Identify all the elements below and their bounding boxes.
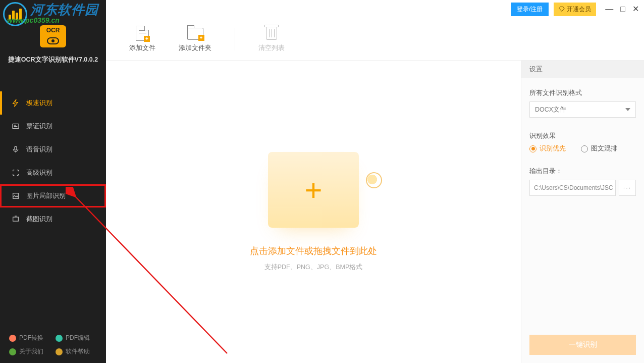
sidebar-item-fast-ocr[interactable]: 极速识别 xyxy=(0,91,106,115)
chevron-down-icon xyxy=(625,108,630,111)
link-pdf-edit[interactable]: PDF编辑 xyxy=(56,334,90,342)
clear-list-button[interactable]: 清空列表 xyxy=(258,26,285,53)
browse-button[interactable]: ··· xyxy=(619,180,636,196)
sidebar-item-label: 语音识别 xyxy=(26,145,52,154)
ticket-icon xyxy=(11,122,20,131)
vip-button[interactable]: 开通会员 xyxy=(554,3,596,16)
radio-recognition-priority[interactable]: 识别优先 xyxy=(529,144,566,153)
radio-mixed-layout[interactable]: 图文混排 xyxy=(581,144,617,153)
scan-icon xyxy=(11,168,20,177)
add-folder-icon: + xyxy=(187,26,204,41)
sidebar-item-screenshot-ocr[interactable]: 截图识别 xyxy=(0,208,106,231)
main-area: 登录/注册 开通会员 — □ ✕ + 添加文件 + 添加文件夹 清空列表 + xyxy=(106,0,644,363)
close-button[interactable]: ✕ xyxy=(632,5,639,13)
bolt-icon xyxy=(11,98,20,108)
sidebar: 捷速OCR文字识别软件V7.0.0.2 极速识别 票证识别 语音识别 高级识别 xyxy=(0,0,106,363)
login-button[interactable]: 登录/注册 xyxy=(511,3,549,16)
sidebar-item-label: 极速识别 xyxy=(26,98,52,108)
trash-icon xyxy=(263,26,280,41)
settings-panel: 设置 所有文件识别格式 DOCX文件 识别效果 识别优先 图文混排 输出目录： xyxy=(521,61,644,363)
add-file-button[interactable]: + 添加文件 xyxy=(129,26,155,53)
run-ocr-button[interactable]: 一键识别 xyxy=(529,335,636,355)
drop-title: 点击添加文件或拖拽文件到此处 xyxy=(250,245,377,257)
sidebar-item-label: 图片局部识别 xyxy=(26,191,66,200)
sidebar-item-label: 票证识别 xyxy=(26,122,52,131)
mic-icon xyxy=(11,145,20,154)
sidebar-item-label: 高级识别 xyxy=(26,168,52,177)
sidebar-nav: 极速识别 票证识别 语音识别 高级识别 图片局部识别 xyxy=(0,91,106,231)
toolbar: + 添加文件 + 添加文件夹 清空列表 xyxy=(106,18,644,61)
minimize-button[interactable]: — xyxy=(605,5,613,13)
format-value: DOCX文件 xyxy=(535,106,566,114)
effect-label: 识别效果 xyxy=(529,132,636,140)
diamond-icon xyxy=(559,6,565,12)
screenshot-icon xyxy=(11,215,20,224)
image-crop-icon xyxy=(11,191,20,200)
add-folder-button[interactable]: + 添加文件夹 xyxy=(179,26,211,53)
output-path-input[interactable]: C:\Users\CS\Documents\JSC xyxy=(529,180,616,196)
add-file-icon: + xyxy=(134,26,151,41)
link-pdf-convert[interactable]: PDF转换 xyxy=(9,334,43,342)
app-version: 捷速OCR文字识别软件V7.0.0.2 xyxy=(0,56,106,64)
drop-subtitle: 支持PDF、PNG、JPG、BMP格式 xyxy=(264,263,363,272)
format-select[interactable]: DOCX文件 xyxy=(529,101,636,118)
svg-rect-2 xyxy=(13,193,19,199)
sidebar-footer: PDF转换 PDF编辑 关于我们 软件帮助 xyxy=(0,329,106,356)
sidebar-item-voice-ocr[interactable]: 语音识别 xyxy=(0,138,106,161)
watermark-url: www.pc0359.cn xyxy=(7,16,60,24)
sidebar-item-label: 截图识别 xyxy=(26,215,52,224)
sidebar-item-image-region-ocr[interactable]: 图片局部识别 xyxy=(0,184,106,208)
link-help[interactable]: 软件帮助 xyxy=(56,347,90,356)
drop-area[interactable]: + 点击添加文件或拖拽文件到此处 支持PDF、PNG、JPG、BMP格式 xyxy=(106,61,521,363)
svg-rect-1 xyxy=(15,146,17,150)
svg-rect-3 xyxy=(13,217,19,221)
link-about[interactable]: 关于我们 xyxy=(9,347,43,356)
sidebar-item-advanced-ocr[interactable]: 高级识别 xyxy=(0,161,106,184)
plus-icon: + xyxy=(304,173,322,208)
titlebar: 登录/注册 开通会员 — □ ✕ xyxy=(106,0,644,18)
format-label: 所有文件识别格式 xyxy=(529,89,636,97)
output-label: 输出目录： xyxy=(529,167,636,176)
sidebar-item-ticket-ocr[interactable]: 票证识别 xyxy=(0,115,106,138)
drop-card: + xyxy=(268,152,359,228)
settings-header: 设置 xyxy=(521,61,644,78)
maximize-button[interactable]: □ xyxy=(620,5,625,13)
toolbar-separator xyxy=(235,28,235,50)
watermark-overlay: 河东软件园 www.pc0359.cn xyxy=(0,0,106,30)
